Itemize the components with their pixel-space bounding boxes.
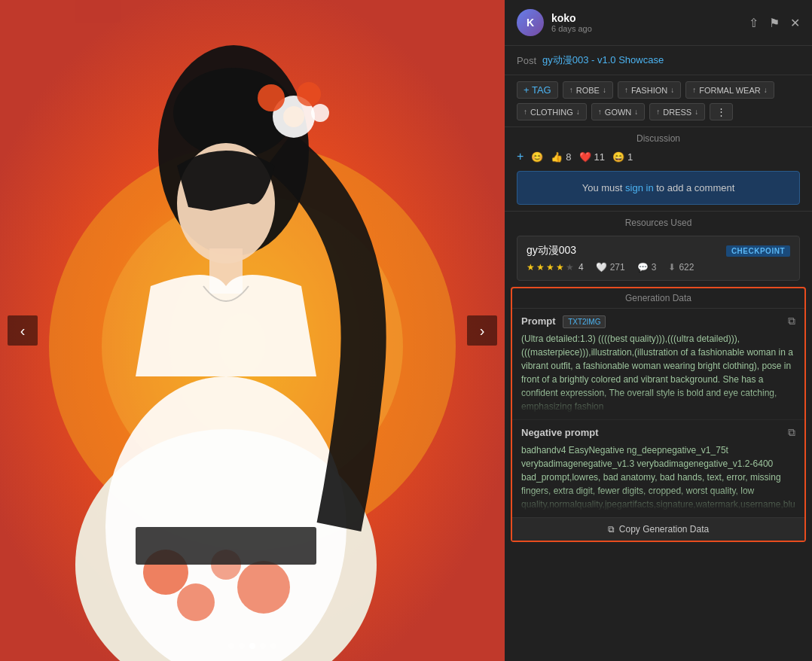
downloads-count: ⬇ 622 (668, 262, 694, 273)
post-link[interactable]: gy动漫003 - v1.0 Showcase (542, 53, 664, 67)
negative-prompt-block: Negative prompt ⧉ badhandv4 EasyNegative… (512, 420, 804, 517)
svg-point-7 (177, 583, 215, 621)
tag-add-button[interactable]: + TAG (517, 81, 558, 99)
next-image-button[interactable]: › (467, 315, 497, 346)
sidebar: K koko 6 days ago ⇧ ⚑ ✕ Post gy动漫003 - v… (505, 0, 812, 661)
star-rating: ★ ★ ★ ★ ★ (527, 262, 574, 273)
dot-5[interactable] (270, 643, 276, 649)
tag-robe[interactable]: ↑ ROBE ↓ (563, 81, 613, 99)
svg-point-9 (237, 561, 290, 614)
post-row: Post gy动漫003 - v1.0 Showcase (505, 46, 812, 75)
user-time: 6 days ago (551, 24, 592, 33)
svg-rect-10 (136, 527, 316, 565)
sidebar-header: K koko 6 days ago ⇧ ⚑ ✕ (505, 0, 812, 46)
generation-data-section: Generation Data Prompt TXT2IMG ⧉ (Ultra … (511, 287, 806, 542)
prompt-block: Prompt TXT2IMG ⧉ (Ultra detailed:1.3) ((… (512, 309, 804, 420)
svg-point-16 (258, 84, 285, 111)
user-name: koko (551, 12, 592, 24)
share-icon[interactable]: ⇧ (749, 16, 759, 30)
prompt-label: Prompt (521, 315, 556, 327)
comments-count: 💬 3 (637, 262, 657, 273)
rating-count: 4 (578, 262, 584, 273)
dot-3[interactable] (249, 643, 255, 649)
clothing-label: CLOTHING (530, 108, 573, 117)
close-icon[interactable]: ✕ (790, 16, 800, 30)
add-reaction-button[interactable]: + (517, 150, 524, 163)
post-label: Post (517, 55, 536, 66)
discussion-title: Discussion (517, 133, 800, 144)
prompt-text: (Ultra detailed:1.3) ((((best quality)))… (521, 332, 795, 413)
resource-card: gy动漫003 CHECKPOINT ★ ★ ★ ★ ★ 4 🤍 271 (517, 236, 800, 281)
thumbsup-reaction[interactable]: 👍 8 (551, 151, 571, 163)
tag-gown[interactable]: ↑ GOWN ↓ (591, 103, 645, 120)
tags-section: + TAG ↑ ROBE ↓ ↑ FASHION ↓ ↑ FORMAL WEAR… (505, 75, 812, 127)
svg-point-17 (297, 82, 321, 106)
neg-prompt-label: Negative prompt (521, 427, 599, 438)
copy-generation-data-button[interactable]: ⧉ Copy Generation Data (512, 517, 804, 541)
copy-neg-prompt-button[interactable]: ⧉ (788, 426, 795, 439)
more-tags-button[interactable]: ⋮ (710, 103, 733, 120)
svg-point-18 (311, 104, 329, 122)
tag-formal-wear[interactable]: ↑ FORMAL WEAR ↓ (685, 81, 774, 99)
comment-box: You must sign in to add a comment (517, 171, 800, 205)
image-panel: ‹ › (0, 0, 505, 661)
heart-reaction[interactable]: ❤️ 11 (579, 151, 605, 163)
dot-4[interactable] (260, 643, 266, 649)
emoji-picker-button[interactable]: 😊 (531, 151, 543, 163)
checkpoint-badge: CHECKPOINT (726, 245, 790, 257)
copy-prompt-button[interactable]: ⧉ (788, 315, 795, 327)
generation-data-title: Generation Data (512, 288, 804, 309)
tag-fashion[interactable]: ↑ FASHION ↓ (618, 81, 681, 99)
resources-title: Resources Used (517, 218, 800, 228)
tag-dress[interactable]: ↑ DRESS ↓ (649, 103, 705, 120)
reactions-row: + 😊 👍 8 ❤️ 11 😄 1 (517, 150, 800, 163)
likes-count: 🤍 271 (596, 262, 625, 273)
resource-name[interactable]: gy动漫003 (527, 244, 576, 257)
avatar: K (517, 9, 544, 36)
dot-2[interactable] (239, 643, 245, 649)
resources-section: Resources Used gy动漫003 CHECKPOINT ★ ★ ★ … (505, 212, 812, 287)
svg-point-15 (283, 106, 304, 127)
dot-1[interactable] (228, 643, 234, 649)
flag-icon[interactable]: ⚑ (769, 16, 780, 30)
image-dots (228, 643, 276, 649)
header-actions: ⇧ ⚑ ✕ (749, 16, 800, 30)
discussion-section: Discussion + 😊 👍 8 ❤️ 11 😄 1 You must si… (505, 127, 812, 212)
txt2img-badge: TXT2IMG (563, 315, 606, 328)
sign-in-link[interactable]: sign in (625, 182, 656, 193)
svg-rect-3 (75, 0, 121, 23)
prev-image-button[interactable]: ‹ (8, 315, 38, 346)
user-info: K koko 6 days ago (517, 9, 592, 36)
tag-clothing[interactable]: ↑ CLOTHING ↓ (517, 103, 587, 120)
resource-stats: ★ ★ ★ ★ ★ 4 (527, 262, 584, 273)
laugh-reaction[interactable]: 😄 1 (612, 151, 633, 163)
neg-prompt-text: badhandv4 EasyNegative ng_deepnegative_v… (521, 443, 795, 511)
